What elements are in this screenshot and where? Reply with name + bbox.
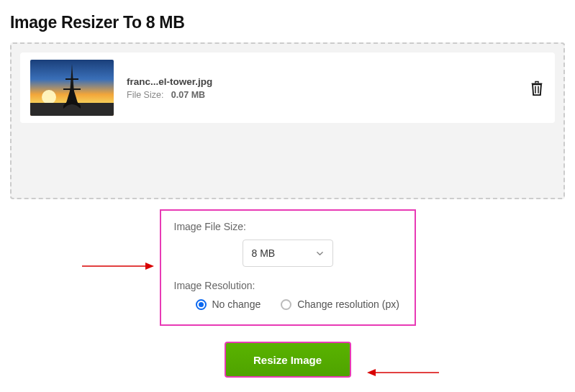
svg-rect-6 [538, 86, 538, 94]
delete-icon[interactable] [529, 79, 545, 96]
svg-rect-5 [535, 86, 535, 94]
file-row: franc...el-tower.jpg File Size: 0.07 MB [20, 53, 555, 123]
resolution-label: Image Resolution: [174, 280, 402, 291]
file-size-value: 0.07 MB [171, 90, 205, 100]
radio-change-resolution[interactable]: Change resolution (px) [281, 298, 399, 310]
file-meta: franc...el-tower.jpg File Size: 0.07 MB [127, 76, 516, 100]
options-box: Image File Size: 8 MB Image Resolution: … [160, 209, 416, 326]
filesize-label: Image File Size: [174, 221, 402, 232]
svg-rect-3 [65, 78, 78, 80]
radio-no-change-label: No change [212, 298, 261, 310]
file-name: franc...el-tower.jpg [127, 76, 516, 87]
annotation-arrow-icon [82, 261, 154, 271]
chevron-down-icon [316, 250, 324, 257]
radio-icon [281, 299, 291, 310]
dropzone[interactable]: franc...el-tower.jpg File Size: 0.07 MB [10, 42, 565, 199]
file-size-label: File Size: [127, 90, 163, 100]
resize-button[interactable]: Resize Image [225, 342, 351, 378]
filesize-select[interactable]: 8 MB [243, 240, 333, 267]
svg-point-1 [42, 90, 56, 104]
svg-rect-4 [63, 88, 81, 90]
file-thumbnail [30, 60, 114, 116]
svg-rect-2 [30, 103, 114, 116]
radio-no-change[interactable]: No change [196, 298, 261, 310]
radio-icon [196, 299, 207, 310]
resize-button-label: Resize Image [253, 354, 322, 366]
file-size: File Size: 0.07 MB [127, 90, 516, 100]
radio-change-resolution-label: Change resolution (px) [297, 298, 399, 310]
filesize-select-value: 8 MB [252, 247, 276, 259]
page-title: Image Resizer To 8 MB [10, 13, 565, 32]
